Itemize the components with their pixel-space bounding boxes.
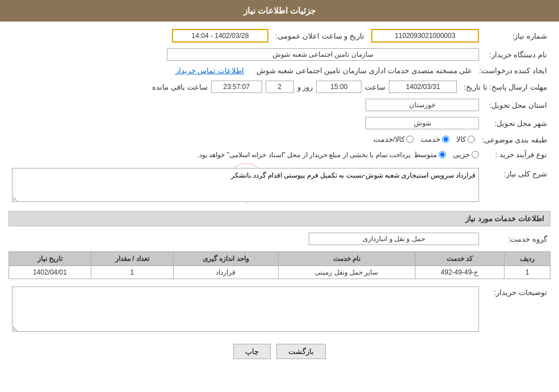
cell-unit: قرارداد: [173, 266, 278, 279]
deadline-time: 15:00: [316, 81, 362, 93]
deadline-time-label: ساعت: [365, 83, 385, 91]
creator-link[interactable]: اطلاعات تماس خریدار: [175, 66, 244, 75]
category-option-kala-khedmat[interactable]: کالا/خدمت: [373, 135, 414, 144]
purchase-type-jozi[interactable]: جزیی: [453, 150, 479, 159]
purchase-type-radio-group: جزیی متوسط: [414, 150, 479, 159]
deadline-label: مهلت ارسال پاسخ: تا تاریخ:: [460, 79, 550, 95]
page-title: جزئیات اطلاعات نیاز: [243, 6, 316, 15]
order-number-label: شماره نیاز:: [482, 27, 550, 44]
city-label: شهر محل تحویل:: [482, 115, 550, 131]
col-date: تاریخ نیاز: [9, 252, 91, 266]
services-table: ردیف کد خدمت نام خدمت واحد اندازه گیری ت…: [9, 251, 550, 279]
buyer-org-value: سازمان تامین اجتماعی شعبه شوش: [167, 48, 479, 61]
category-option-khedmat[interactable]: خدمت: [421, 135, 449, 144]
col-row: ردیف: [505, 252, 550, 266]
buyer-org-label: نام دستگاه خریدار:: [482, 47, 550, 62]
services-section-title: اطلاعات خدمات مورد نیاز: [9, 211, 550, 226]
category-radio-group: کالا خدمت کالا/خدمت: [373, 135, 476, 144]
back-button[interactable]: بازگشت: [276, 344, 326, 359]
cell-name: سایر حمل ونقل زمینی: [279, 266, 415, 279]
col-code: کد خدمت: [415, 252, 504, 266]
category-option-kala[interactable]: کالا: [456, 135, 475, 144]
action-buttons: بازگشت چاپ: [9, 344, 550, 359]
page-header: جزئیات اطلاعات نیاز: [0, 0, 559, 22]
city-value: شوش: [365, 117, 479, 129]
description-label: شرح کلی نیاز:: [482, 166, 550, 205]
cell-row: 1: [505, 266, 550, 279]
buyer-desc-label: توضیحات خریدار:: [482, 285, 550, 335]
col-unit: واحد اندازه گیری: [173, 252, 278, 266]
service-group-label: گروه خدمت:: [482, 231, 550, 247]
cell-code: ح-49-49-492: [415, 266, 504, 279]
purchase-type-label: نوع فرآیند خرید :: [482, 149, 550, 161]
category-label: طبقه بندی موضوعی:: [478, 133, 550, 146]
announce-label: تاریخ و ساعت اعلان عمومی:: [272, 27, 368, 44]
announce-value: 1402/03/28 - 14:04: [172, 29, 268, 43]
purchase-type-motavaset[interactable]: متوسط: [414, 150, 446, 159]
deadline-clock: 23:57:07: [211, 81, 262, 93]
col-name: نام خدمت: [279, 252, 415, 266]
col-qty: تعداد / مقدار: [91, 252, 173, 266]
province-label: استان محل تحویل:: [482, 97, 550, 113]
order-number-value: 1102093021000003: [371, 29, 479, 43]
province-value: خوزستان: [365, 99, 479, 111]
deadline-day-label: روز و: [297, 83, 313, 91]
description-textarea[interactable]: قرارداد سرویس استیجاری شعبه شوش-نسبت به …: [12, 168, 479, 202]
deadline-date: 1402/03/31: [389, 81, 457, 93]
buyer-desc-textarea[interactable]: [12, 286, 479, 332]
cell-qty: 1: [91, 266, 173, 279]
table-row: 1ح-49-49-492سایر حمل ونقل زمینیقرارداد11…: [9, 266, 550, 279]
deadline-days: 2: [266, 81, 294, 93]
purchase-type-note: پرداخت تمام یا بخشی از مبلغ خریدار از مح…: [197, 151, 410, 159]
cell-date: 1402/04/01: [9, 266, 91, 279]
print-button[interactable]: چاپ: [233, 344, 271, 359]
service-group-value: حمل و نقل و انبارداری: [309, 233, 479, 245]
deadline-remaining-label: ساعت باقی مانده: [152, 83, 207, 91]
creator-label: ایجاد کننده درخواست:: [476, 65, 550, 77]
creator-value: علی مسخنه متصدی خدمات اداری سازمان تامین…: [257, 66, 473, 75]
